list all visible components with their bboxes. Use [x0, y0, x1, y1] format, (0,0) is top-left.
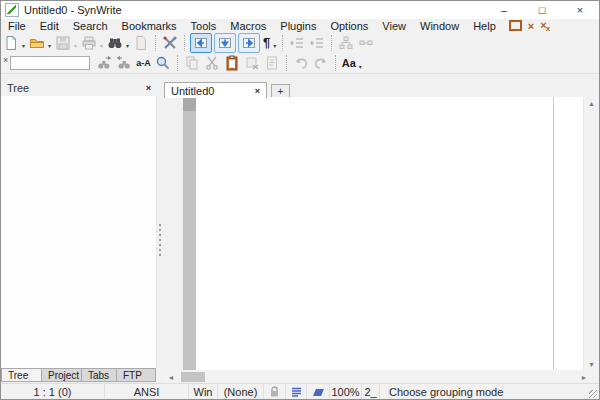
horizontal-scrollbar[interactable]: ◄ ►	[164, 370, 591, 384]
change-case-icon: Aa	[342, 57, 356, 69]
open-file-button[interactable]	[28, 34, 46, 52]
scroll-right-icon[interactable]: ►	[577, 370, 591, 384]
search-button[interactable]	[154, 54, 172, 72]
show-invisibles-button[interactable]: ¶	[262, 34, 271, 52]
menu-macros[interactable]: Macros	[223, 20, 273, 32]
find-previous-icon	[116, 55, 132, 71]
tools-button[interactable]	[161, 34, 179, 52]
tree-tab-tabs[interactable]: Tabs	[82, 368, 117, 382]
find-dropdown[interactable]: ▾	[126, 42, 129, 49]
save-dropdown[interactable]: ▾	[74, 42, 77, 49]
folding-bar-thumb[interactable]	[183, 97, 196, 111]
lexer-cell[interactable]: (None)	[218, 384, 264, 400]
change-case-menu-button[interactable]: Aa	[341, 54, 357, 72]
menu-plugins[interactable]: Plugins	[273, 20, 323, 32]
zoom-cell[interactable]: 100%	[330, 384, 362, 400]
toggle-right-panel-button[interactable]	[238, 33, 260, 53]
copy-button[interactable]	[183, 54, 201, 72]
menu-file[interactable]: File	[1, 20, 33, 32]
grouping-one-button[interactable]	[337, 34, 355, 52]
change-case-dropdown[interactable]: ▾	[359, 63, 362, 70]
tree-panel-body[interactable]	[1, 96, 157, 368]
tree-tab-project[interactable]: Project	[42, 368, 82, 382]
readonly-cell[interactable]	[264, 384, 286, 400]
word-wrap-cell[interactable]	[286, 384, 307, 400]
horizontal-scroll-thumb[interactable]	[181, 372, 205, 382]
find-button[interactable]	[106, 34, 124, 52]
grouping-mode-cell[interactable]: Choose grouping mode	[380, 384, 599, 400]
line-endings-cell[interactable]: Win	[189, 384, 218, 400]
new-file-button[interactable]	[2, 34, 20, 52]
show-invisibles-dropdown[interactable]: ▾	[273, 42, 276, 49]
cut-button[interactable]	[203, 54, 221, 72]
main-toolbar: ▾ ▾ ▾ ▾ ▾ ¶ ▾	[1, 32, 599, 53]
scroll-left-icon[interactable]: ◄	[164, 370, 178, 384]
toolbar-separator	[282, 35, 283, 51]
menu-options[interactable]: Options	[323, 20, 375, 32]
editor-tab-bar: Untitled0 × +	[164, 80, 599, 98]
redo-button[interactable]	[312, 54, 330, 72]
unindent-button[interactable]	[288, 34, 306, 52]
resize-grip-icon[interactable]	[589, 390, 597, 398]
indent-button[interactable]	[308, 34, 326, 52]
find-prev-button[interactable]	[115, 54, 133, 72]
maximize-button[interactable]: □	[523, 1, 561, 19]
new-tab-button[interactable]: +	[271, 84, 290, 98]
tree-tab-ftp[interactable]: FTP	[117, 368, 156, 382]
close-search-bar-button[interactable]: ×	[3, 53, 8, 65]
scroll-down-icon[interactable]: ▼	[584, 358, 599, 370]
encoding-cell[interactable]: ANSI	[105, 384, 189, 400]
tree-panel-close-button[interactable]: ×	[146, 83, 151, 93]
menu-bar: File Edit Search Bookmarks Tools Macros …	[1, 19, 599, 32]
mdi-close-window-icon[interactable]: ×	[528, 21, 534, 31]
save-button[interactable]	[54, 34, 72, 52]
find-next-button[interactable]	[95, 54, 113, 72]
close-button[interactable]: ×	[561, 1, 599, 19]
tree-tab-tree[interactable]: Tree	[1, 368, 42, 382]
paste-button[interactable]	[223, 54, 241, 72]
menu-bookmarks[interactable]: Bookmarks	[115, 20, 184, 32]
menu-view[interactable]: View	[375, 20, 413, 32]
arrow-right-box-icon	[242, 36, 256, 50]
vertical-scrollbar[interactable]: ▲ ▼	[583, 97, 599, 370]
editor-tab-untitled0[interactable]: Untitled0 ×	[164, 82, 267, 98]
open-file-dropdown[interactable]: ▾	[48, 42, 51, 49]
toggle-left-panel-button[interactable]	[190, 33, 212, 53]
close-file-button[interactable]	[132, 34, 150, 52]
highlight-cell[interactable]	[307, 384, 330, 400]
mdi-close-all-windows-icon[interactable]: ×x	[540, 20, 551, 32]
delete-icon	[244, 55, 260, 71]
editor-body[interactable]: ▲ ▼	[164, 97, 599, 370]
tree-panel-header: Tree ×	[1, 80, 157, 96]
minimize-button[interactable]: –	[485, 1, 523, 19]
mdi-restore-window-icon[interactable]	[509, 20, 522, 31]
caret-position-cell[interactable]: 1 : 1 (0)	[1, 384, 105, 400]
menu-tools[interactable]: Tools	[184, 20, 224, 32]
highlight-icon	[312, 388, 325, 397]
menu-edit[interactable]: Edit	[33, 20, 66, 32]
new-file-dropdown[interactable]: ▾	[22, 42, 25, 49]
synwrite-window: Untitled0 - SynWrite – □ × File Edit Sea…	[0, 0, 600, 400]
grouping-two-button[interactable]	[357, 34, 375, 52]
print-button[interactable]	[80, 34, 98, 52]
print-dropdown[interactable]: ▾	[100, 42, 103, 49]
scroll-up-icon[interactable]: ▲	[584, 97, 599, 109]
undo-button[interactable]	[292, 54, 310, 72]
panel-splitter[interactable]	[157, 74, 164, 384]
title-bar: Untitled0 - SynWrite – □ ×	[1, 1, 599, 19]
toggle-bottom-panel-button[interactable]	[214, 33, 236, 53]
delete-button[interactable]	[243, 54, 261, 72]
select-all-button[interactable]	[263, 54, 281, 72]
menu-window[interactable]: Window	[413, 20, 466, 32]
right-margin-line	[553, 97, 554, 370]
splitter-grip-icon	[159, 224, 161, 258]
editor-tab-close-icon[interactable]: ×	[255, 86, 260, 96]
tree-panel-bottom-tabs: Tree Project Tabs FTP	[1, 368, 156, 382]
case-sensitive-toggle[interactable]: a-A	[135, 54, 152, 72]
toolbar-separator	[155, 35, 156, 51]
menu-help[interactable]: Help	[466, 20, 503, 32]
search-input[interactable]	[10, 56, 90, 70]
tree-panel: Tree × Tree Project Tabs FTP	[1, 74, 157, 384]
menu-search[interactable]: Search	[66, 20, 115, 32]
tab-size-cell[interactable]: 2_	[362, 384, 380, 400]
